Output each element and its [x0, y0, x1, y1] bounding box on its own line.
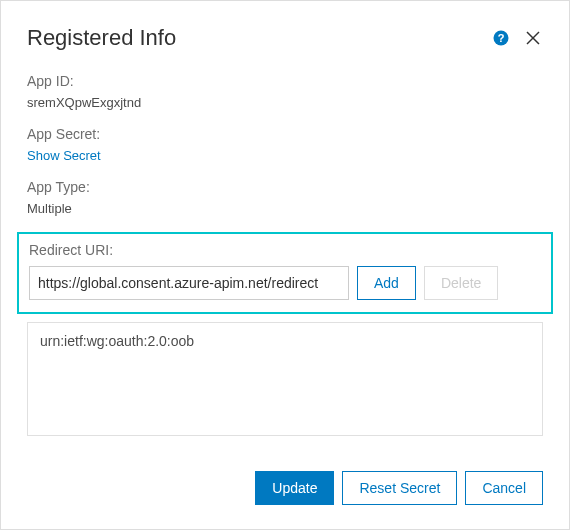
reset-secret-button[interactable]: Reset Secret [342, 471, 457, 505]
update-button[interactable]: Update [255, 471, 334, 505]
app-id-value: sremXQpwExgxjtnd [27, 95, 543, 110]
add-button[interactable]: Add [357, 266, 416, 300]
app-type-value: Multiple [27, 201, 543, 216]
registered-info-modal: Registered Info ? App ID: sremXQpwExgxjt… [0, 0, 570, 530]
redirect-uri-section: Redirect URI: Add Delete [17, 232, 553, 314]
redirect-uri-list[interactable]: urn:ietf:wg:oauth:2.0:oob [27, 322, 543, 436]
redirect-uri-input-row: Add Delete [29, 266, 541, 300]
list-item[interactable]: urn:ietf:wg:oauth:2.0:oob [40, 333, 530, 349]
app-id-label: App ID: [27, 73, 543, 89]
svg-text:?: ? [498, 32, 505, 44]
modal-title: Registered Info [27, 25, 176, 51]
app-type-label: App Type: [27, 179, 543, 195]
app-type-field: App Type: Multiple [27, 179, 543, 216]
delete-button: Delete [424, 266, 498, 300]
redirect-uri-label: Redirect URI: [29, 242, 541, 258]
help-icon[interactable]: ? [493, 30, 509, 46]
cancel-button[interactable]: Cancel [465, 471, 543, 505]
modal-footer: Update Reset Secret Cancel [255, 471, 543, 505]
close-icon[interactable] [523, 28, 543, 48]
app-secret-field: App Secret: Show Secret [27, 126, 543, 163]
app-secret-label: App Secret: [27, 126, 543, 142]
redirect-uri-input[interactable] [29, 266, 349, 300]
app-id-field: App ID: sremXQpwExgxjtnd [27, 73, 543, 110]
modal-header: Registered Info ? [27, 25, 543, 51]
header-icons: ? [493, 28, 543, 48]
show-secret-link[interactable]: Show Secret [27, 148, 543, 163]
